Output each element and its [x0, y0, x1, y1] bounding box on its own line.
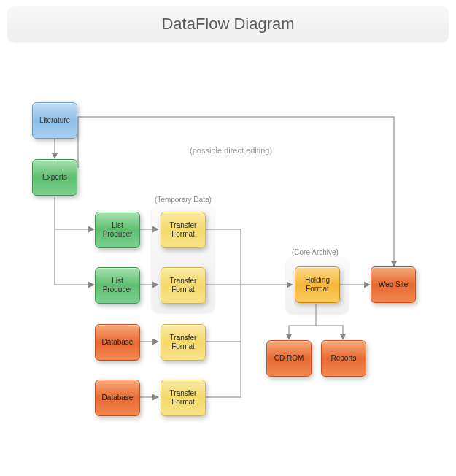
- node-experts: Experts: [32, 159, 77, 196]
- node-transfer-format-2-label: Transfer Format: [163, 277, 204, 294]
- node-transfer-format-3: Transfer Format: [161, 324, 206, 361]
- node-list-producer-2: List Producer: [95, 267, 140, 304]
- node-holding-format: Holding Format: [295, 266, 340, 303]
- node-literature: Literature: [32, 102, 77, 139]
- node-transfer-format-1-label: Transfer Format: [163, 221, 204, 239]
- node-transfer-format-4-label: Transfer Format: [163, 389, 204, 407]
- node-transfer-format-4: Transfer Format: [161, 380, 206, 416]
- node-database-2-label: Database: [102, 394, 134, 402]
- annotation-possible-direct-editing: (possible direct editing): [190, 146, 272, 155]
- node-holding-format-label: Holding Format: [297, 276, 338, 293]
- node-database-2: Database: [95, 380, 140, 416]
- node-web-site-label: Web Site: [379, 280, 408, 289]
- connectors: [0, 0, 456, 476]
- node-transfer-format-3-label: Transfer Format: [163, 334, 204, 351]
- node-literature-label: Literature: [39, 116, 70, 125]
- node-cd-rom-label: CD ROM: [274, 354, 304, 363]
- node-list-producer-1-label: List Producer: [97, 221, 138, 239]
- node-database-1: Database: [95, 324, 140, 361]
- node-transfer-format-1: Transfer Format: [161, 212, 206, 248]
- diagram-title-bar: DataFlow Diagram: [7, 6, 449, 42]
- node-transfer-format-2: Transfer Format: [161, 267, 206, 304]
- node-list-producer-2-label: List Producer: [97, 277, 138, 294]
- group-temporary-data-label: (Temporary Data): [155, 196, 212, 204]
- node-reports: Reports: [321, 340, 366, 377]
- node-database-1-label: Database: [102, 338, 134, 347]
- diagram-title: DataFlow Diagram: [161, 15, 294, 34]
- group-core-archive-label: (Core Archive): [292, 248, 339, 256]
- node-list-producer-1: List Producer: [95, 212, 140, 248]
- node-experts-label: Experts: [42, 173, 67, 182]
- node-web-site: Web Site: [371, 266, 416, 303]
- node-cd-rom: CD ROM: [266, 340, 312, 377]
- node-reports-label: Reports: [331, 354, 356, 363]
